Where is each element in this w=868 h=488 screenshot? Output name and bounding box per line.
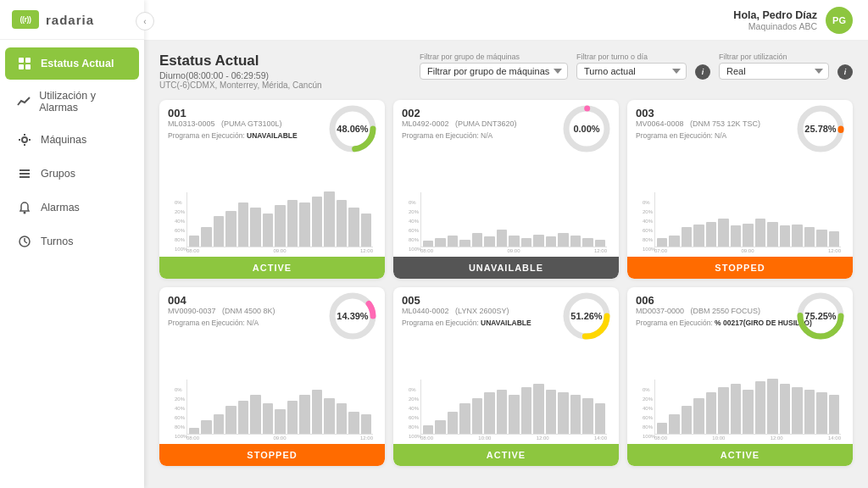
- bar: [250, 395, 260, 434]
- bar: [682, 227, 692, 247]
- bar: [804, 227, 815, 247]
- x-label: 12:00: [594, 248, 607, 253]
- filter-info-icon[interactable]: i: [695, 64, 710, 80]
- card-id-003: 003: [636, 107, 760, 119]
- bar: [558, 233, 568, 247]
- x-label: 14:00: [828, 435, 841, 441]
- sidebar-item-alarmas[interactable]: Alarmas: [5, 191, 139, 224]
- machine-card-003[interactable]: 003 MV0064-0008 (DNM 753 12K TSC) 25.78%…: [627, 100, 853, 279]
- bar: [533, 235, 543, 247]
- filter-shift-label: Filtrar por turno o día: [576, 53, 687, 61]
- card-machine-code-006: MD0037-0000 (DBM 2550 FOCUS): [636, 307, 760, 315]
- bar: [682, 406, 692, 434]
- bar: [324, 191, 334, 247]
- x-label: 09:00: [507, 248, 520, 253]
- bar: [743, 224, 753, 247]
- bar: [509, 236, 519, 247]
- bar: [743, 390, 753, 434]
- bar: [497, 230, 507, 247]
- bar: [804, 390, 815, 434]
- bar: [693, 225, 704, 247]
- x-label: 08:00: [654, 435, 667, 441]
- card-body-003: 003 MV0064-0008 (DNM 753 12K TSC) 25.78%…: [627, 100, 853, 257]
- machine-card-006[interactable]: 006 MD0037-0000 (DBM 2550 FOCUS) 75.25% …: [627, 287, 853, 466]
- bar: [472, 233, 482, 247]
- bar: [189, 236, 199, 247]
- bar: [570, 236, 581, 247]
- bar: [435, 238, 445, 247]
- bar: [829, 395, 839, 434]
- filter-group-label: Filtrar por grupo de máquinas: [420, 53, 568, 61]
- svg-line-15: [25, 241, 27, 243]
- bar: [693, 398, 704, 434]
- card-id-001: 001: [168, 107, 282, 119]
- machine-card-001[interactable]: 001 ML0313-0005 (PUMA GT3100L) 48.06% Pr…: [159, 100, 385, 279]
- bar: [312, 197, 322, 247]
- sidebar-item-turnos[interactable]: Turnos: [5, 225, 139, 258]
- filter-group-machines: Filtrar por grupo de máquinas Filtrar po…: [420, 53, 568, 80]
- filter-util-select[interactable]: Real: [719, 63, 829, 80]
- nav-icon-turnos: [17, 234, 32, 249]
- x-labels-005: 08:0010:0012:0014:00: [420, 435, 607, 441]
- x-label: 09:00: [741, 248, 754, 253]
- logo-icon: ((r)): [12, 10, 39, 29]
- bars-container-006: [654, 380, 841, 435]
- chart-area-003: 100%80%60%40%20%0% 07:0009:0012:00: [636, 143, 844, 253]
- bar: [792, 225, 802, 247]
- svg-rect-2: [19, 64, 24, 69]
- bar: [263, 403, 273, 434]
- bar: [214, 216, 224, 247]
- bar: [312, 390, 322, 434]
- nav-label-estatus: Estatus Actual: [41, 58, 114, 69]
- machine-card-002[interactable]: 002 ML0492-0002 (PUMA DNT3620) 0.00% Pro…: [393, 100, 619, 279]
- bar: [816, 230, 826, 247]
- nav-label-utilizacion: Utilización y Alarmas: [39, 90, 127, 114]
- machine-card-005[interactable]: 005 ML0440-0002 (LYNX 2600SY) 51.26% Pro…: [393, 287, 619, 466]
- machine-card-004[interactable]: 004 MV0090-0037 (DNM 4500 8K) 14.39% Pro…: [159, 287, 385, 466]
- sidebar-item-utilizacion[interactable]: Utilización y Alarmas: [5, 81, 139, 122]
- bar: [509, 395, 519, 434]
- bar: [755, 219, 765, 247]
- x-label: 12:00: [360, 248, 373, 253]
- bars-container-001: [186, 192, 373, 247]
- x-label: 12:00: [537, 435, 549, 441]
- filter-shift-select[interactable]: Turno actual: [576, 63, 687, 80]
- sidebar: ((r)) radaria ‹ Estatus Actual Utilizaci…: [0, 0, 144, 488]
- bar: [780, 225, 790, 247]
- page-title: Estatus Actual: [159, 53, 322, 69]
- bar: [521, 238, 531, 247]
- sidebar-item-maquinas[interactable]: Máquinas: [5, 124, 139, 156]
- bar: [546, 236, 556, 247]
- bar: [263, 214, 273, 247]
- bar: [348, 412, 359, 434]
- nav-icon-estatus: [17, 56, 32, 71]
- bar: [472, 398, 482, 434]
- donut-label-001: 48.06%: [337, 124, 368, 134]
- filters-area: Filtrar por grupo de máquinas Filtrar po…: [336, 53, 853, 80]
- sidebar-item-grupos[interactable]: Grupos: [5, 158, 139, 190]
- donut-label-003: 25.78%: [804, 124, 836, 134]
- donut-label-004: 14.39%: [337, 311, 368, 321]
- nav-icon-maquinas: [17, 132, 32, 147]
- bar: [706, 392, 716, 434]
- sidebar-collapse-button[interactable]: ‹: [136, 12, 154, 30]
- filter-util-info-icon[interactable]: i: [837, 64, 853, 80]
- bar: [201, 227, 211, 247]
- x-label: 09:00: [273, 435, 286, 441]
- x-labels-002: 08:0009:0012:00: [420, 248, 607, 253]
- bar: [324, 398, 334, 434]
- x-label: 12:00: [771, 435, 783, 441]
- card-id-004: 004: [168, 294, 275, 307]
- bar: [657, 423, 667, 434]
- card-id-005: 005: [402, 294, 509, 307]
- bar: [484, 236, 494, 247]
- filter-machines-select[interactable]: Filtrar por grupo de máquinas: [420, 63, 568, 80]
- bars-container-002: [420, 192, 607, 247]
- bar: [533, 384, 543, 434]
- sidebar-item-estatus[interactable]: Estatus Actual: [5, 47, 139, 80]
- bar: [299, 395, 309, 434]
- filter-group-util: Filtrar por utilización Real: [719, 53, 829, 80]
- svg-rect-3: [25, 64, 31, 69]
- bar: [238, 401, 248, 434]
- bar: [337, 403, 347, 434]
